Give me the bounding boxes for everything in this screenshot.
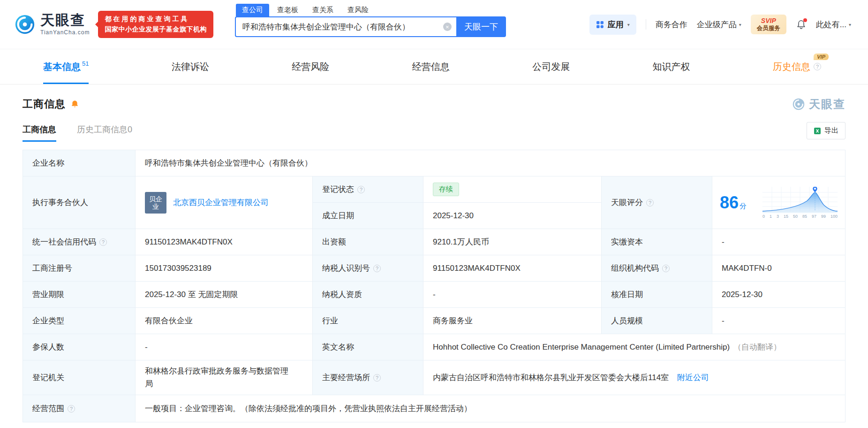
chevron-down-icon: ▾: [849, 22, 851, 27]
divider: [646, 19, 646, 30]
field-executive-partner-value: 贝企业 北京西贝企业管理有限公司: [136, 176, 313, 229]
field-company-type-value: 有限合伙企业: [136, 308, 313, 334]
field-tyc-score-label: 天眼评分?: [602, 176, 712, 229]
field-credit-code-label: 统一社会信用代码?: [23, 229, 136, 255]
help-icon[interactable]: ?: [646, 199, 654, 206]
field-approval-date-value: 2025-12-30: [712, 282, 845, 308]
section-head: 工商信息 天眼查: [23, 97, 845, 112]
field-industry-label: 行业: [313, 308, 423, 334]
tianyancha-logo-icon: [14, 14, 36, 35]
partner-company-link[interactable]: 北京西贝企业管理有限公司: [173, 197, 269, 208]
tab-basic-info[interactable]: 基本信息 51: [43, 49, 89, 84]
status-badge: 存续: [433, 183, 459, 196]
apps-grid-icon: [596, 21, 604, 29]
svip-label: SVIP: [757, 17, 780, 25]
field-industry-value: 商务服务业: [423, 308, 602, 334]
field-paid-capital-value: -: [712, 229, 845, 255]
watermark-text: 天眼查: [809, 97, 845, 112]
chevron-down-icon: ▾: [739, 22, 741, 27]
tianyancha-logo-icon: [792, 98, 805, 111]
field-reg-authority-value: 和林格尔县行政审批政务服务与数据管理局: [136, 360, 313, 395]
user-name: 此处有...: [816, 19, 846, 30]
field-establish-date-value: 2025-12-30: [423, 203, 602, 229]
help-icon[interactable]: ?: [373, 374, 381, 382]
help-icon[interactable]: ?: [373, 265, 381, 272]
field-company-name-value: 呼和浩特市集体共创企业管理中心（有限合伙）: [136, 150, 845, 176]
tab-operational-risk[interactable]: 经营风险: [292, 49, 329, 84]
field-executive-partner-label: 执行事务合伙人: [23, 176, 136, 229]
export-button[interactable]: 导出: [807, 122, 845, 139]
field-english-name-label: 英文名称: [313, 334, 423, 360]
help-icon[interactable]: ?: [814, 63, 821, 70]
business-cooperation-link[interactable]: 商务合作: [656, 19, 687, 30]
field-capital-label: 出资额: [313, 229, 423, 255]
field-business-address-label: 主要经营场所?: [313, 360, 423, 395]
tab-history-info-label: 历史信息: [773, 61, 810, 73]
field-taxpayer-quality-label: 纳税人资质: [313, 282, 423, 308]
field-company-type-label: 企业类型: [23, 308, 136, 334]
tab-basic-info-count: 51: [82, 60, 89, 67]
apps-button[interactable]: 应用 ▾: [589, 15, 636, 35]
tab-legal-proceedings[interactable]: 法律诉讼: [172, 49, 209, 84]
apps-label: 应用: [608, 19, 624, 30]
field-english-name-value: Hohhot Collective Co Creation Enterprise…: [423, 334, 845, 360]
subscribe-bell-button[interactable]: [70, 100, 79, 109]
nearby-companies-link[interactable]: 附近公司: [677, 372, 709, 383]
tab-company-development[interactable]: 公司发展: [532, 49, 570, 84]
promo-line1: 都在用的商业查询工具: [105, 15, 207, 23]
help-icon[interactable]: ?: [68, 405, 75, 413]
field-business-term-value: 2025-12-30 至 无固定期限: [136, 282, 313, 308]
enterprise-products-label: 企业级产品: [697, 19, 737, 30]
search-tabs: 查公司 查老板 查关系 查风险: [236, 4, 506, 16]
field-staff-size-label: 人员规模: [602, 308, 712, 334]
tab-basic-info-label: 基本信息: [43, 61, 81, 73]
search-tab-boss[interactable]: 查老板: [271, 4, 304, 16]
search-input-wrap: ×: [235, 16, 456, 37]
help-icon[interactable]: ?: [662, 265, 670, 272]
subtab-history-registration[interactable]: 历史工商信息0: [77, 124, 132, 142]
clear-search-icon[interactable]: ×: [443, 23, 452, 31]
user-menu[interactable]: 此处有... ▾: [816, 19, 851, 30]
search-tab-company[interactable]: 查公司: [236, 4, 269, 16]
field-insured-count-value: -: [136, 334, 313, 360]
subtab-business-registration[interactable]: 工商信息: [23, 124, 56, 142]
auto-translate-note: （自动翻译）: [733, 342, 781, 352]
export-label: 导出: [824, 126, 838, 135]
score-curve: [762, 187, 838, 213]
partner-logo[interactable]: 贝企业: [145, 192, 166, 214]
search-tab-relation[interactable]: 查关系: [306, 4, 340, 16]
tab-intellectual-property[interactable]: 知识产权: [653, 49, 690, 84]
field-reg-status-label: 登记状态?: [313, 176, 423, 203]
tianyancha-watermark: 天眼查: [792, 97, 845, 112]
search-tab-risk[interactable]: 查风险: [341, 4, 375, 16]
bell-icon: [70, 100, 79, 109]
header-right-nav: 应用 ▾ 商务合作 企业级产品 ▾ SVIP 会员服务 此处有... ▾: [589, 15, 851, 35]
svip-membership-badge[interactable]: SVIP 会员服务: [751, 15, 786, 34]
enterprise-products-link[interactable]: 企业级产品 ▾: [697, 19, 741, 30]
field-business-scope-label: 经营范围?: [23, 395, 136, 422]
business-info-table: 企业名称 呼和浩特市集体共创企业管理中心（有限合伙） 执行事务合伙人 贝企业 北…: [23, 150, 845, 422]
excel-icon: [814, 127, 821, 135]
search-button[interactable]: 天眼一下: [456, 16, 506, 37]
help-icon[interactable]: ?: [99, 238, 107, 246]
header: 天眼查 TianYanCha.com 都在用的商业查询工具 国家中小企业发展子基…: [0, 0, 868, 49]
tab-history-info[interactable]: VIP 历史信息 ?: [773, 49, 821, 84]
field-credit-code-value: 91150123MAK4DTFN0X: [136, 229, 313, 255]
field-org-code-label: 组织机构代码?: [602, 255, 712, 282]
promo-banner: 都在用的商业查询工具 国家中小企业发展子基金旗下机构: [98, 11, 213, 38]
field-establish-date-label: 成立日期: [313, 203, 423, 229]
field-reg-number-label: 工商注册号: [23, 255, 136, 282]
chevron-down-icon: ▾: [627, 22, 630, 27]
notifications-button[interactable]: [796, 19, 807, 30]
search-block: 查公司 查老板 查关系 查风险 × 天眼一下: [235, 4, 506, 37]
score-number: 86分: [720, 194, 747, 211]
help-icon[interactable]: ?: [357, 186, 365, 193]
field-reg-authority-label: 登记机关: [23, 360, 136, 395]
field-approval-date-label: 核准日期: [602, 282, 712, 308]
tianyancha-logo[interactable]: 天眼查 TianYanCha.com: [14, 13, 90, 36]
promo-line2: 国家中小企业发展子基金旗下机构: [105, 25, 207, 34]
field-taxpayer-quality-value: -: [423, 282, 602, 308]
tab-business-info[interactable]: 经营信息: [412, 49, 450, 84]
field-taxpayer-id-label: 纳税人识别号?: [313, 255, 423, 282]
search-input[interactable]: [242, 22, 439, 31]
